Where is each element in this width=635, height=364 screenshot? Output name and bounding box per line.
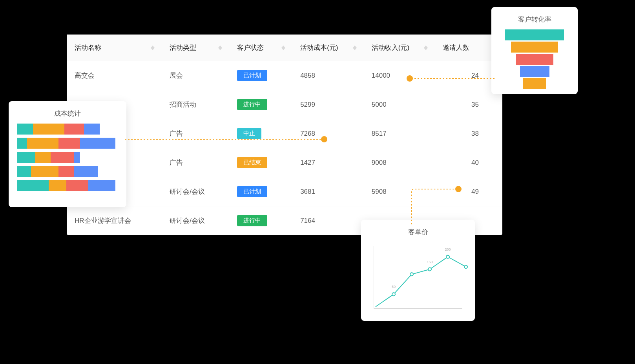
- bar-segment: [17, 180, 49, 191]
- table-row[interactable]: 高交会展会已计划48581400024: [67, 61, 502, 90]
- cell-cost: 3681: [292, 177, 364, 206]
- cell-status: 已计划: [229, 61, 292, 90]
- column-header-label: 客户状态: [237, 44, 264, 51]
- table-row[interactable]: 广告中止7268851738: [67, 119, 502, 148]
- bar-segment: [27, 138, 58, 149]
- cell-status: 已计划: [229, 177, 292, 206]
- bar-segment: [80, 138, 115, 149]
- cell-invite: 40: [435, 148, 502, 177]
- status-badge: 已计划: [237, 70, 267, 81]
- activity-table-card: 活动名称 活动类型 客户状态: [67, 35, 502, 235]
- cell-cost: 7268: [292, 119, 364, 148]
- cell-income: 5908: [364, 177, 435, 206]
- cell-type: 研讨会/会议: [162, 177, 229, 206]
- svg-marker-1: [151, 48, 155, 50]
- cell-cost: 4858: [292, 61, 364, 90]
- funnel-segment: [520, 66, 549, 77]
- cell-status: 进行中: [229, 206, 292, 235]
- data-point-label: 150: [427, 260, 432, 264]
- cell-type: 广告: [162, 148, 229, 177]
- bar-row: [17, 166, 118, 177]
- funnel-segment: [511, 42, 558, 53]
- cell-type: 广告: [162, 119, 229, 148]
- column-header-label: 邀请人数: [443, 44, 469, 51]
- sort-icon[interactable]: [281, 46, 285, 50]
- cell-status: 已结束: [229, 148, 292, 177]
- svg-marker-7: [353, 48, 357, 50]
- cell-type: 展会: [162, 61, 229, 90]
- sort-icon[interactable]: [353, 46, 357, 50]
- bar-segment: [49, 180, 66, 191]
- bar-segment: [58, 138, 80, 149]
- funnel-segment: [505, 29, 564, 40]
- bar-segment: [74, 152, 80, 163]
- status-badge: 中止: [237, 128, 261, 139]
- sort-icon[interactable]: [151, 46, 155, 50]
- column-header-income[interactable]: 活动收入(元): [364, 35, 435, 61]
- status-badge: 进行中: [237, 99, 267, 110]
- bar-row: [17, 180, 118, 191]
- cell-cost: 5299: [292, 90, 364, 119]
- cell-cost: 1427: [292, 148, 364, 177]
- sort-icon[interactable]: [424, 46, 428, 50]
- conversion-card: 客户转化率: [491, 7, 578, 94]
- column-header-status[interactable]: 客户状态: [229, 35, 292, 61]
- cell-type: 研讨会/会议: [162, 206, 229, 235]
- cost-bar-chart: [17, 124, 118, 198]
- cell-type: 招商活动: [162, 90, 229, 119]
- column-header-cost[interactable]: 活动成本(元): [292, 35, 364, 61]
- column-header-type[interactable]: 活动类型: [162, 35, 229, 61]
- cell-cost: 7164: [292, 206, 364, 235]
- svg-marker-5: [281, 48, 285, 50]
- bar-segment: [17, 166, 31, 177]
- sort-icon[interactable]: [218, 46, 222, 50]
- unit-price-card: 客单价 50150200: [361, 220, 475, 321]
- bar-segment: [88, 180, 115, 191]
- table-row[interactable]: 告推广广告已结束1427900840: [67, 148, 502, 177]
- connector-dot: [321, 136, 327, 142]
- bar-row: [17, 152, 118, 163]
- svg-marker-9: [424, 48, 428, 50]
- cell-status: 中止: [229, 119, 292, 148]
- bar-segment: [64, 124, 84, 135]
- data-point-label: 200: [445, 248, 451, 251]
- column-header-name[interactable]: 活动名称: [67, 35, 162, 61]
- svg-point-10: [392, 293, 395, 296]
- status-badge: 已结束: [237, 157, 267, 168]
- cell-income: 9008: [364, 148, 435, 177]
- bar-row: [17, 124, 118, 135]
- card-title: 客单价: [370, 228, 466, 237]
- bar-segment: [66, 180, 88, 191]
- card-title: 客户转化率: [500, 15, 569, 24]
- table-row[interactable]: 招商活动招商活动进行中5299500035: [67, 90, 502, 119]
- activity-table: 活动名称 活动类型 客户状态: [67, 35, 502, 235]
- funnel-segment: [516, 54, 553, 65]
- connector-dot: [455, 186, 462, 192]
- line-chart: 50150200: [370, 242, 466, 317]
- cell-invite: 38: [435, 119, 502, 148]
- cell-income: 5000: [364, 90, 435, 119]
- table-row[interactable]: 务合作大会研讨会/会议已计划3681590849: [67, 177, 502, 206]
- column-header-label: 活动收入(元): [372, 44, 409, 51]
- bar-segment: [17, 124, 33, 135]
- card-title: 成本统计: [17, 109, 118, 118]
- cell-status: 进行中: [229, 90, 292, 119]
- bar-segment: [31, 166, 58, 177]
- status-badge: 进行中: [237, 215, 267, 226]
- bar-segment: [51, 152, 74, 163]
- status-badge: 已计划: [237, 186, 267, 197]
- column-header-label: 活动成本(元): [300, 44, 338, 51]
- bar-segment: [17, 152, 35, 163]
- cell-invite: 49: [435, 177, 502, 206]
- funnel-chart: [500, 29, 569, 89]
- cell-income: 8517: [364, 119, 435, 148]
- bar-segment: [58, 166, 74, 177]
- funnel-segment: [523, 78, 546, 89]
- cell-income: 14000: [364, 61, 435, 90]
- svg-point-12: [428, 268, 431, 271]
- svg-point-11: [410, 273, 413, 276]
- bar-row: [17, 138, 118, 149]
- svg-point-14: [464, 265, 467, 268]
- connector-dot: [407, 75, 413, 82]
- cost-stat-card: 成本统计: [9, 101, 126, 207]
